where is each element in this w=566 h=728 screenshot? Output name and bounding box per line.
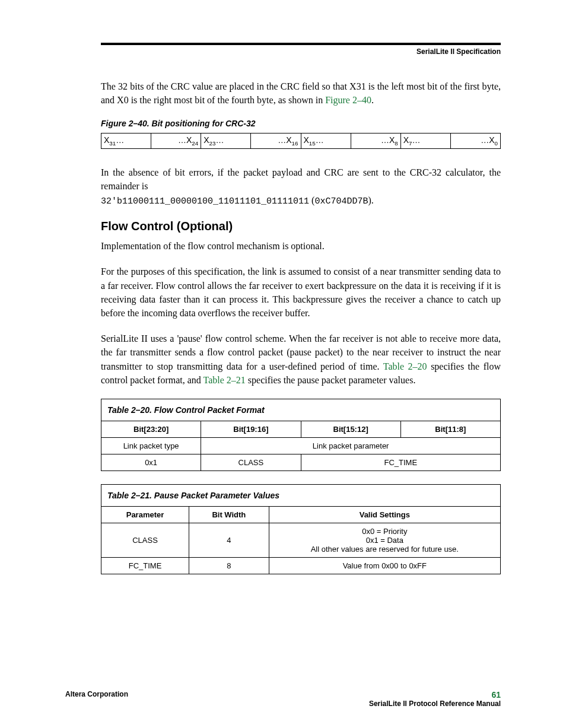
cell-class: CLASS [101,523,189,557]
crc-paren-a: ( [309,195,314,205]
intro-paragraph: The 32 bits of the CRC value are placed … [101,80,501,107]
bit-cell: …X0 [450,133,500,149]
bit-cell: X23… [201,133,251,149]
table-2-20: Table 2–20. Flow Control Packet Format B… [101,399,501,471]
cell-valid-settings: Value from 0x00 to 0xFF [269,557,500,574]
col-header: Bit[11:8] [400,421,500,437]
header-label: SerialLite II Specification [101,47,501,56]
bit-cell: …X16 [251,133,301,149]
bit-cell: …X8 [351,133,400,149]
cell-bitwidth: 8 [189,557,269,574]
header-rule [101,43,501,45]
crc-binary: 32'b11000111_00000100_11011101_01111011 [101,196,309,206]
bit-cell: …X24 [151,133,201,149]
table-2-21: Table 2–21. Pause Packet Parameter Value… [101,484,501,574]
flow-p3-c: specifies the pause packet parameter val… [246,375,416,385]
col-header: Bit[23:20] [101,421,201,437]
flow-p2: For the purposes of this specification, … [101,265,501,320]
bit-label: X [304,135,309,145]
bit-sub: 31 [109,140,116,147]
bit-label: …X [381,135,395,145]
setting-line: 0x1 = Data [366,536,403,545]
bit-sub: 8 [395,140,398,147]
manual-title: SerialLite II Protocol Reference Manual [369,700,501,708]
bit-ellipsis: … [116,135,124,145]
setting-line: All other values are reserved for future… [311,545,459,554]
bit-ellipsis: … [412,135,421,145]
page-number: 61 [491,690,501,700]
table-title: Table 2–21. Pause Packet Parameter Value… [101,484,501,506]
bit-sub: 24 [192,140,198,147]
table-row: Table 2–21. Pause Packet Parameter Value… [101,484,501,506]
intro-text-a: The 32 bits of the CRC value are placed … [101,81,501,105]
table-ref-220[interactable]: Table 2–20 [383,361,427,371]
bit-label: …X [178,135,192,145]
table-row: Link packet type Link packet parameter [101,437,501,454]
bit-label: …X [278,135,291,145]
table-row: 0x1 CLASS FC_TIME [101,454,501,471]
bit-sub: 0 [495,140,498,147]
cell-0x1: 0x1 [101,454,201,471]
table-title: Table 2–20. Flow Control Packet Format [101,399,501,421]
bit-cell: X7… [400,133,450,149]
col-header: Parameter [101,506,189,523]
bit-label: X [104,135,109,145]
table-row: CLASS 4 0x0 = Priority 0x1 = Data All ot… [101,523,501,557]
table-row: X31… …X24 X23… …X16 X15… …X8 X7… …X0 [101,133,501,149]
table-row: Bit[23:20] Bit[19:16] Bit[15:12] Bit[11:… [101,421,501,437]
bit-position-table: X31… …X24 X23… …X16 X15… …X8 X7… …X0 [101,133,501,149]
col-header: Valid Settings [269,506,500,523]
flow-control-heading: Flow Control (Optional) [101,220,501,233]
crc-paragraph: In the absence of bit errors, if the pac… [101,166,501,208]
crc-text: In the absence of bit errors, if the pac… [101,167,501,191]
cell-fctime: FC_TIME [101,557,189,574]
cell-link-packet-type: Link packet type [101,437,201,454]
flow-p3: SerialLite II uses a 'pause' flow contro… [101,332,501,387]
cell-class: CLASS [201,454,301,471]
flow-p1: Implementation of the flow control mecha… [101,239,501,253]
col-header: Bit[15:12] [301,421,400,437]
bit-cell: X15… [301,133,351,149]
table-row: FC_TIME 8 Value from 0x00 to 0xFF [101,557,501,574]
cell-link-packet-param: Link packet parameter [201,437,501,454]
cell-bitwidth: 4 [189,523,269,557]
bit-ellipsis: … [216,135,224,145]
bit-label: X [403,135,409,145]
bit-sub: 23 [209,140,216,147]
bit-ellipsis: … [316,135,324,145]
crc-paren-b: ). [368,195,373,205]
bit-label: X [203,135,209,145]
crc-hex: 0xC704DD7B [314,196,368,206]
bit-sub: 16 [292,140,298,147]
table-row: Parameter Bit Width Valid Settings [101,506,501,523]
cell-fctime: FC_TIME [301,454,501,471]
bit-sub: 15 [309,140,316,147]
footer-right: 61 SerialLite II Protocol Reference Manu… [369,690,501,708]
table-row: Table 2–20. Flow Control Packet Format [101,399,501,421]
figure-caption: Figure 2–40. Bit positioning for CRC-32 [101,119,501,128]
bit-cell: X31… [101,133,151,149]
col-header: Bit Width [189,506,269,523]
setting-line: 0x0 = Priority [362,527,407,536]
fig-ref[interactable]: Figure 2–40 [325,95,371,105]
table-ref-221[interactable]: Table 2–21 [203,375,246,385]
cell-valid-settings: 0x0 = Priority 0x1 = Data All other valu… [269,523,500,557]
col-header: Bit[19:16] [201,421,301,437]
intro-text-b: . [371,95,374,105]
footer-left: Altera Corporation [65,690,128,708]
bit-label: …X [481,135,494,145]
page-footer: Altera Corporation 61 SerialLite II Prot… [65,690,501,708]
